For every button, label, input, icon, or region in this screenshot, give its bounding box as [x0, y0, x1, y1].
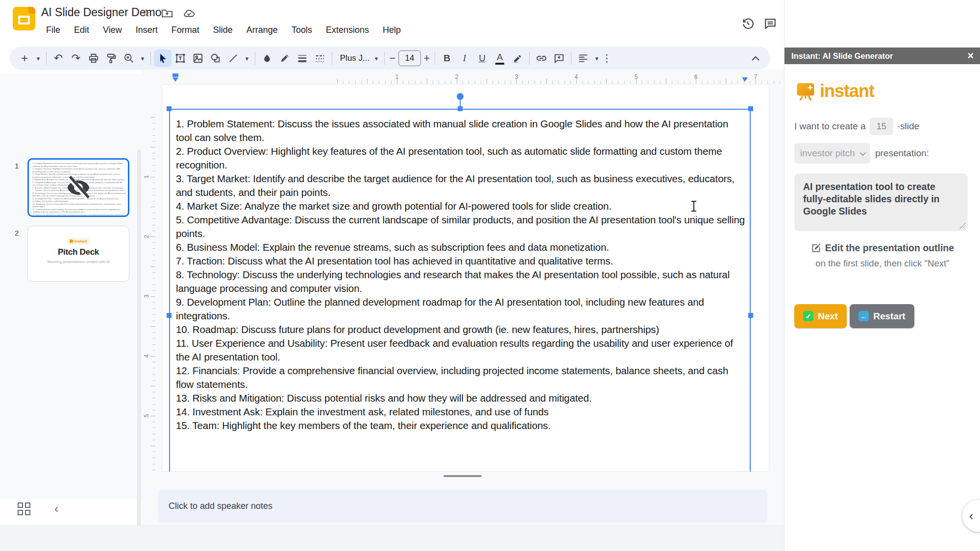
select-tool-button[interactable] — [154, 49, 172, 67]
instant-logo-icon — [795, 81, 816, 101]
outline-item[interactable]: 13. Risks and Mitigation: Discuss potent… — [176, 391, 746, 405]
slide-2-title: Pitch Deck — [58, 247, 99, 257]
outline-item[interactable]: 12. Financials: Provide a comprehensive … — [176, 364, 746, 391]
outline-item[interactable]: 11. User Experience and Usability: Prese… — [176, 336, 746, 364]
fill-color-button[interactable] — [258, 49, 276, 67]
restart-button[interactable]: ← Restart — [850, 304, 914, 328]
menu-item[interactable]: Slide — [207, 23, 239, 37]
outline-item[interactable]: 9. Development Plan: Outline the planned… — [176, 295, 746, 323]
print-button[interactable] — [85, 49, 102, 67]
align-button[interactable] — [574, 49, 592, 67]
add-comment-button[interactable] — [550, 49, 568, 67]
close-icon[interactable]: × — [967, 50, 974, 61]
menu-item[interactable]: Edit — [68, 23, 95, 37]
menu-item[interactable]: Format — [166, 23, 205, 37]
outline-item[interactable]: 5. Competitive Advantage: Discuss the cu… — [176, 213, 746, 240]
edit-icon — [811, 243, 821, 253]
outline-item[interactable]: 2. Product Overview: Highlight key featu… — [176, 144, 746, 172]
decrease-font-button[interactable]: − — [388, 49, 397, 67]
redo-button[interactable]: ↷ — [67, 49, 85, 67]
underline-button[interactable]: U — [473, 49, 491, 67]
outline-item[interactable]: 15. Team: Highlight the key members of t… — [176, 419, 746, 432]
textarea-resize-grip[interactable] — [959, 223, 965, 229]
presentation-type-select[interactable]: investor pitch — [794, 143, 870, 164]
new-slide-caret-icon[interactable]: ▾ — [33, 49, 43, 67]
paint-format-button[interactable] — [102, 49, 120, 67]
move-folder-icon[interactable] — [162, 8, 172, 18]
left-indent-marker[interactable] — [172, 77, 178, 82]
border-weight-button[interactable] — [294, 49, 311, 67]
italic-button[interactable]: I — [456, 49, 473, 67]
ruler-number: 3 — [487, 73, 546, 80]
line-caret-icon[interactable]: ▾ — [242, 49, 252, 67]
outline-item[interactable]: 10. Roadmap: Discuss future plans for pr… — [176, 323, 746, 336]
comments-icon[interactable] — [759, 12, 782, 35]
speaker-notes[interactable]: Click to add speaker notes — [158, 490, 767, 523]
menu-item[interactable]: View — [97, 23, 128, 37]
bold-button[interactable]: B — [438, 49, 456, 67]
topic-textarea[interactable]: AI presentation tool to create fully-edi… — [794, 173, 968, 231]
outline-item[interactable]: 4. Market Size: Analyze the market size … — [176, 199, 746, 213]
resize-handle-top-right[interactable] — [748, 106, 753, 111]
undo-button[interactable]: ↶ — [49, 49, 67, 67]
outline-item[interactable]: 14. Investment Ask: Explain the investme… — [176, 405, 746, 419]
more-options-icon[interactable]: ⋮ — [602, 49, 612, 67]
zoom-button[interactable] — [120, 49, 138, 67]
slides-logo-icon[interactable] — [13, 7, 35, 30]
border-color-button[interactable] — [276, 49, 294, 67]
outline-item[interactable]: 7. Traction: Discuss what the AI present… — [176, 254, 746, 268]
hide-menus-button[interactable] — [747, 49, 764, 67]
star-icon[interactable]: ☆ — [141, 7, 151, 20]
outline-item[interactable]: 8. Technology: Discuss the underlying te… — [176, 268, 746, 295]
slide-canvas[interactable]: 1. Problem Statement: Discuss the issues… — [162, 84, 769, 472]
instant-mini-badge: instant — [67, 238, 90, 244]
insert-image-button[interactable] — [189, 49, 207, 67]
slide-bottom-drag-handle[interactable] — [443, 475, 482, 477]
text-cursor — [691, 201, 697, 213]
filmstrip-scrollbar[interactable] — [137, 149, 141, 551]
menu-item[interactable]: File — [40, 23, 66, 37]
new-slide-button[interactable]: + — [16, 49, 33, 67]
menu-item[interactable]: Help — [377, 23, 407, 37]
hidden-slide-icon — [65, 174, 92, 201]
border-dash-button[interactable] — [311, 49, 329, 67]
increase-font-button[interactable]: + — [422, 49, 432, 67]
font-size-input[interactable]: 14 — [398, 50, 421, 66]
first-line-indent-marker[interactable] — [172, 73, 178, 77]
font-family-select[interactable]: Plus J... — [335, 49, 371, 67]
text-box-button[interactable] — [172, 49, 189, 67]
resize-handle-top-center[interactable] — [458, 106, 463, 111]
menu-item[interactable]: Insert — [130, 23, 164, 37]
resize-handle-mid-left[interactable] — [167, 313, 172, 318]
insert-line-button[interactable] — [224, 49, 242, 67]
slide-count-input[interactable]: 15 — [870, 118, 893, 135]
grid-view-icon[interactable] — [18, 503, 30, 515]
collapse-filmstrip-icon[interactable]: ‹ — [49, 502, 64, 516]
menu-item[interactable]: Arrange — [241, 23, 284, 37]
font-caret-icon[interactable]: ▾ — [371, 49, 381, 67]
align-caret-icon[interactable]: ▾ — [592, 49, 602, 67]
resize-handle-top-left[interactable] — [167, 106, 172, 111]
zoom-caret-icon[interactable]: ▾ — [138, 49, 147, 67]
insert-shape-button[interactable] — [207, 49, 224, 67]
slide-2-number: 2 — [15, 229, 19, 237]
slide-1-thumbnail[interactable]: 1. Problem Statement: Discuss the issues… — [27, 158, 129, 217]
menu-item[interactable]: Extensions — [320, 23, 375, 37]
next-button[interactable]: ✓ Next — [794, 304, 847, 328]
slide-2-thumbnail[interactable]: instant Pitch Deck Stunning presentation… — [27, 226, 129, 282]
highlight-color-button[interactable] — [509, 49, 526, 67]
outline-item[interactable]: 6. Business Model: Explain the revenue s… — [176, 240, 746, 254]
cloud-status-icon[interactable] — [183, 9, 195, 18]
outline-text-box[interactable]: 1. Problem Statement: Discuss the issues… — [176, 117, 746, 432]
horizontal-ruler: 123456789 — [162, 73, 774, 84]
right-indent-marker[interactable] — [742, 77, 748, 82]
instant-wordmark: instant — [820, 81, 874, 101]
insert-link-button[interactable] — [533, 49, 550, 67]
rotation-handle[interactable] — [457, 93, 464, 100]
text-color-button[interactable]: A — [491, 49, 509, 67]
outline-item[interactable]: 3. Target Market: Identify and describe … — [176, 172, 746, 199]
menu-item[interactable]: Tools — [286, 23, 318, 37]
outline-item[interactable]: 1. Problem Statement: Discuss the issues… — [176, 117, 746, 144]
version-history-icon[interactable] — [736, 12, 759, 35]
resize-handle-mid-right[interactable] — [748, 313, 753, 318]
